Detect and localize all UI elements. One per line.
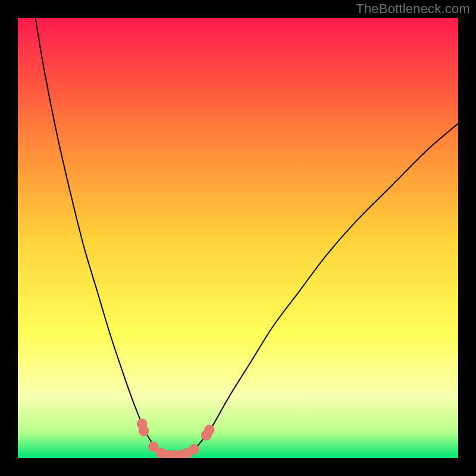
chart-svg <box>18 18 458 458</box>
chart-frame: TheBottleneck.com <box>0 0 476 476</box>
marker-point <box>204 425 215 436</box>
plot-area <box>18 18 458 458</box>
marker-point <box>189 444 199 455</box>
marker-point <box>139 425 149 436</box>
gradient-background <box>18 18 458 458</box>
watermark-text: TheBottleneck.com <box>356 1 470 17</box>
